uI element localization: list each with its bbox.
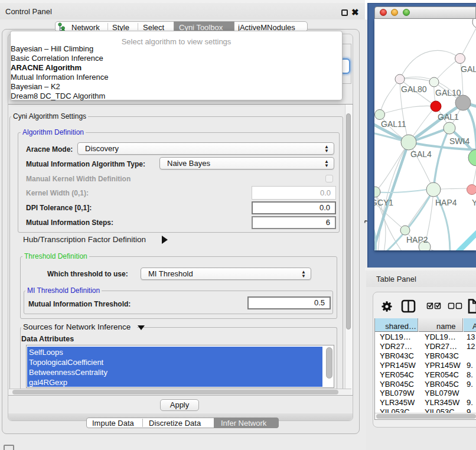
svg-text:Y: Y: [472, 198, 476, 207]
svg-text:HAP2: HAP2: [406, 235, 428, 244]
svg-text:GCY1: GCY1: [374, 198, 393, 207]
svg-text:GAL1: GAL1: [438, 112, 459, 122]
svg-text:GAL80: GAL80: [401, 84, 427, 94]
svg-text:HAP4: HAP4: [435, 198, 457, 207]
svg-text:GAL4: GAL4: [410, 149, 432, 159]
svg-text:GAL2: GAL2: [461, 64, 476, 74]
svg-text:GAL11: GAL11: [381, 119, 406, 129]
svg-text:GAL10: GAL10: [435, 88, 461, 97]
svg-text:SWI4: SWI4: [449, 136, 470, 146]
